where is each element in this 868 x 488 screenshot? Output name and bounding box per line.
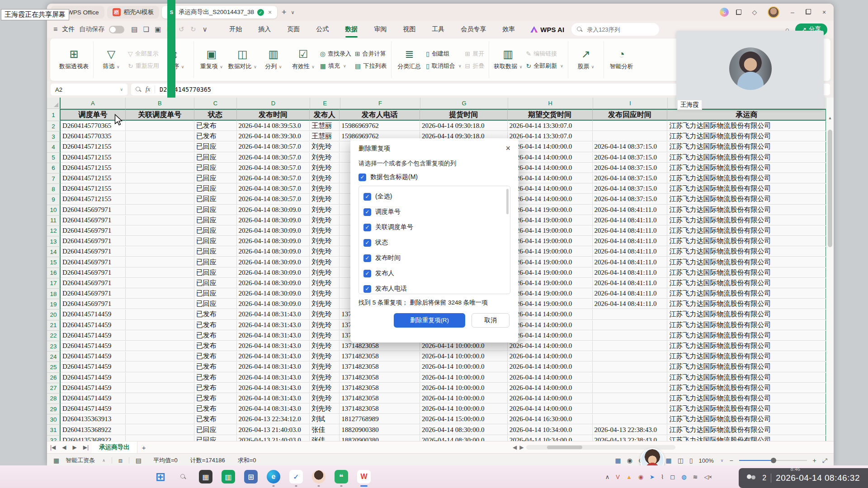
cell-B30[interactable] (126, 414, 194, 424)
zoom-out-icon[interactable]: − (729, 457, 733, 464)
taskbar-wechat-icon[interactable]: ❝ (335, 470, 348, 483)
cell-H6[interactable]: 2026-04-14 14:00:00.0 (508, 163, 593, 173)
cell-J24[interactable]: 江苏飞力达国际物流股份有限公司 (667, 352, 826, 361)
checkbox-checked-icon[interactable]: ✓ (363, 285, 371, 293)
cell-D30[interactable]: 2026-04-13 22:34:12.0 (237, 414, 310, 424)
cell-H4[interactable]: 2026-04-14 14:00:00.0 (508, 142, 593, 152)
cell-J30[interactable]: 江苏飞力达国际物流股份有限公司 (667, 414, 826, 424)
cell-H11[interactable]: 2026-04-14 19:00:00.0 (508, 216, 593, 225)
header-cell[interactable]: 提货时间 (420, 109, 508, 121)
row-header-29[interactable]: 29 (47, 404, 61, 414)
taskbar-docs-app-icon[interactable]: ✓ (289, 470, 303, 483)
cell-D20[interactable]: 2026-04-14 08:31:43.0 (237, 310, 310, 319)
taskbar-store-app-icon[interactable]: ▥ (222, 470, 235, 483)
header-cell[interactable]: 发布回应时间 (593, 109, 668, 121)
ribbon-reapply[interactable]: ↻重新应用 (128, 62, 159, 70)
taskbar-windows-start-icon[interactable]: ⊞ (154, 470, 167, 483)
autosave-toggle[interactable] (109, 26, 124, 33)
cell-H30[interactable]: 2026-04-14 16:30:00.0 (508, 414, 593, 424)
save-icon[interactable]: ▤ (129, 25, 140, 33)
cell-G26[interactable]: 2026-04-14 10:00:00.0 (420, 373, 508, 383)
menu-tab-tools[interactable]: 工具 (425, 22, 452, 37)
cell-C14[interactable]: 已回应 (194, 247, 237, 257)
menu-tab-page[interactable]: 页面 (280, 22, 307, 37)
cell-A8[interactable]: D2604145712155 (61, 184, 126, 194)
cell-J11[interactable]: 江苏飞力达国际物流股份有限公司 (667, 216, 826, 225)
cell-A6[interactable]: D2604145712155 (61, 163, 126, 173)
row-header-6[interactable]: 6 (47, 163, 61, 174)
cell-G27[interactable]: 2026-04-14 10:00:00.0 (420, 383, 508, 393)
ribbon-validation[interactable]: ☑有效性 ∨ (290, 41, 316, 78)
row-header-7[interactable]: 7 (47, 174, 61, 184)
cell-I13[interactable]: 2026-04-14 08:41:11.0 (593, 236, 668, 246)
cell-F26[interactable]: 13714823058 (340, 373, 420, 383)
cell-J4[interactable]: 江苏飞力达国际物流股份有限公司 (667, 142, 826, 152)
cell-D11[interactable]: 2026-04-14 08:30:09.0 (237, 216, 310, 225)
cell-J26[interactable]: 江苏飞力达国际物流股份有限公司 (667, 373, 826, 383)
menu-tab-insert[interactable]: 插入 (251, 22, 278, 37)
cell-I29[interactable] (593, 404, 668, 414)
cell-F2[interactable]: 15986969762 (340, 121, 420, 131)
cell-H21[interactable]: 2026-04-14 14:00:00.0 (508, 320, 593, 330)
cell-C15[interactable]: 已回应 (194, 257, 237, 267)
cell-C31[interactable]: 已回应 (194, 425, 237, 435)
sheet-tab-active[interactable]: 承运商导出 (92, 441, 137, 453)
cell-A26[interactable]: D2604145714459 (61, 373, 126, 383)
cell-B27[interactable] (126, 383, 194, 393)
cell-B18[interactable] (126, 289, 194, 299)
cell-J27[interactable]: 江苏飞力达国际物流股份有限公司 (667, 383, 826, 393)
header-checkbox-row[interactable]: ✓ 数据包含标题(M) (359, 173, 510, 181)
cell-I22[interactable] (593, 331, 668, 341)
column-header-E[interactable]: E (310, 98, 340, 109)
cell-A19[interactable]: D2604145697971 (61, 299, 126, 309)
smart-tool-icon[interactable]: ▦ (53, 457, 59, 464)
cell-E17[interactable]: 刘先玲 (310, 278, 340, 288)
cell-H7[interactable]: 2026-04-14 14:00:00.0 (508, 174, 593, 183)
cell-C32[interactable]: 已回应 (194, 436, 237, 441)
zoom-lens-icon[interactable] (136, 87, 141, 92)
ribbon-fill[interactable]: ▦填充∨ (320, 62, 351, 70)
zoom-slider-knob[interactable] (771, 458, 776, 463)
scroll-left-icon[interactable]: ◀ (513, 444, 517, 450)
cell-G30[interactable]: 2026-04-14 15:00:00.0 (420, 414, 508, 424)
tray-meeting-tray-icon[interactable]: ◉ (638, 474, 643, 480)
cell-E7[interactable]: 刘先玲 (310, 174, 340, 183)
cell-I28[interactable] (593, 394, 668, 404)
cell-H15[interactable]: 2026-04-14 19:00:00.0 (508, 257, 593, 267)
cell-A11[interactable]: D2604145697971 (61, 216, 126, 225)
cell-H24[interactable]: 2026-04-14 14:00:00.0 (508, 352, 593, 361)
row-header-24[interactable]: 24 (47, 352, 61, 362)
cell-A3[interactable]: D2604145770335 (61, 131, 126, 141)
cell-C3[interactable]: 已发布 (194, 131, 237, 141)
cell-J20[interactable]: 江苏飞力达国际物流股份有限公司 (667, 310, 826, 319)
row-header-5[interactable]: 5 (47, 153, 61, 163)
column-header-G[interactable]: G (420, 98, 508, 109)
row-header-17[interactable]: 17 (47, 278, 61, 289)
cell-D14[interactable]: 2026-04-14 08:30:09.0 (237, 247, 310, 257)
cell-E26[interactable]: 刘先玲 (310, 373, 340, 383)
cell-B4[interactable] (126, 142, 194, 152)
file-menu[interactable]: 文件 (62, 25, 75, 33)
zoom-in-icon[interactable]: + (813, 457, 816, 464)
dialog-column-option[interactable]: ✓(全选) (363, 189, 505, 204)
cell-J17[interactable]: 江苏飞力达国际物流股份有限公司 (667, 278, 826, 288)
cell-A5[interactable]: D2604145712155 (61, 153, 126, 163)
row-header-22[interactable]: 22 (47, 331, 61, 341)
cell-J23[interactable]: 江苏飞力达国际物流股份有限公司 (667, 341, 826, 351)
cell-B32[interactable] (126, 436, 194, 441)
cell-C8[interactable]: 已回应 (194, 184, 237, 194)
cell-E3[interactable]: 王慧丽 (310, 131, 340, 141)
cell-A31[interactable]: D2604135368922 (61, 425, 126, 435)
dialog-scroll-thumb[interactable] (506, 189, 509, 214)
cell-B23[interactable] (126, 341, 194, 351)
cell-D24[interactable]: 2026-04-14 08:31:43.0 (237, 352, 310, 361)
cell-A28[interactable]: D2604145714459 (61, 394, 126, 404)
cell-B19[interactable] (126, 299, 194, 309)
cell-A9[interactable]: D2604145712155 (61, 194, 126, 204)
cell-H29[interactable]: 2026-04-14 14:00:00.0 (508, 404, 593, 414)
scroll-up-icon[interactable]: ▲ (826, 116, 834, 120)
cell-E30[interactable]: 刘轼 (310, 414, 340, 424)
cell-H19[interactable]: 2026-04-14 19:00:00.0 (508, 299, 593, 309)
cell-B12[interactable] (126, 226, 194, 236)
cell-F32[interactable]: 18820900380 (340, 436, 420, 441)
